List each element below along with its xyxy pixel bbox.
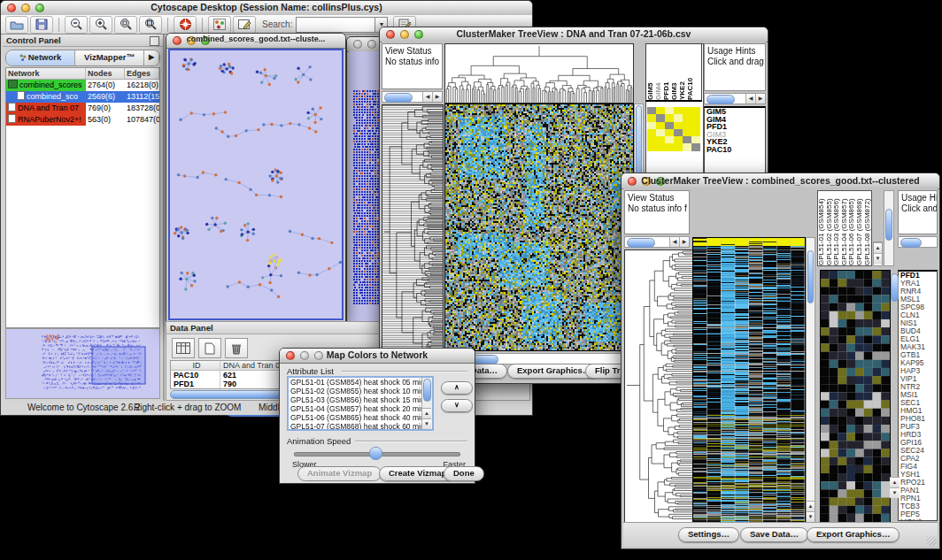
view-status-scrollbar[interactable]: ◀▶ xyxy=(382,91,443,103)
tab-vizmapper[interactable]: VizMapper™ xyxy=(75,50,144,65)
resize-grip[interactable] xyxy=(927,536,937,546)
export-graphics-button[interactable]: Export Graphics… xyxy=(807,527,900,542)
summary-cell[interactable] xyxy=(647,129,656,136)
summary-cell[interactable] xyxy=(691,129,700,136)
attribute-item[interactable]: GPL51-02 (GSM855) heat shock 10 min xyxy=(289,387,432,395)
annotation-tool-icon[interactable] xyxy=(233,16,256,34)
save-data-button[interactable]: Save Data… xyxy=(740,527,808,542)
minimize-button[interactable] xyxy=(367,40,376,49)
summary-cell[interactable] xyxy=(674,136,683,143)
summary-cell[interactable] xyxy=(647,114,656,121)
summary-cell[interactable] xyxy=(656,136,665,143)
new-attribute-icon[interactable] xyxy=(198,338,221,358)
attribute-item[interactable]: GPL51-04 (GSM857) heat shock 20 min xyxy=(289,404,432,413)
summary-cell[interactable] xyxy=(691,143,700,150)
global-heatmap-canvas[interactable] xyxy=(692,237,806,523)
move-up-button[interactable]: ∧ xyxy=(441,381,473,395)
summary-cell[interactable] xyxy=(647,136,656,143)
summary-cell[interactable] xyxy=(665,114,674,121)
summary-cell[interactable] xyxy=(674,114,683,121)
network-canvas[interactable] xyxy=(170,50,342,318)
summary-cell[interactable] xyxy=(683,114,691,121)
settings-button[interactable]: Settings… xyxy=(678,527,739,542)
zoom-in-icon[interactable] xyxy=(89,16,112,34)
summary-cell[interactable] xyxy=(683,122,691,129)
summary-cell[interactable] xyxy=(674,143,683,150)
float-panel-icon[interactable] xyxy=(150,36,159,46)
summary-cell[interactable] xyxy=(683,129,691,136)
animation-slider-thumb[interactable] xyxy=(369,447,382,460)
cluster-column-label[interactable]: GIM5 xyxy=(646,44,654,100)
summary-cell[interactable] xyxy=(665,107,674,114)
main-titlebar[interactable]: Cytoscape Desktop (Session Name: collins… xyxy=(1,1,532,16)
summary-cell[interactable] xyxy=(647,122,656,129)
attribute-select-icon[interactable] xyxy=(172,338,195,358)
cluster-column-label[interactable]: PAC10 xyxy=(686,44,694,100)
network-canvas-area[interactable] xyxy=(168,49,344,320)
summary-cell[interactable] xyxy=(683,136,691,143)
tab-overflow-arrow[interactable]: ▶ xyxy=(144,50,159,65)
summary-cell[interactable] xyxy=(656,122,665,129)
summary-cell[interactable] xyxy=(691,122,700,129)
attribute-list-scrollbar[interactable]: ▲▼ xyxy=(421,378,432,429)
attribute-item[interactable]: GPL51-07 (GSM868) heat shock 60 min xyxy=(289,422,432,431)
done-button[interactable]: Done xyxy=(444,466,484,481)
array-label[interactable]: GPL51-08 (GSM872) xyxy=(864,191,872,265)
cluster-summary-heatmap[interactable] xyxy=(647,107,700,151)
summary-cell[interactable] xyxy=(674,129,683,136)
col-network[interactable]: Network xyxy=(6,68,86,80)
summary-cell[interactable] xyxy=(665,136,674,143)
cluster-column-label[interactable]: GIM4 xyxy=(654,44,662,100)
label-vscrollbar[interactable] xyxy=(884,190,894,266)
summary-cell[interactable] xyxy=(647,143,656,150)
col-edges[interactable]: Edges xyxy=(125,68,159,80)
col-nodes[interactable]: Nodes xyxy=(86,68,125,80)
network-row[interactable]: combined_sco2569(6)13112(15) xyxy=(6,91,159,103)
label-arrows[interactable]: ▲▼ xyxy=(873,242,883,266)
summary-cell[interactable] xyxy=(691,136,700,143)
animate-vizmap-button[interactable]: Animate Vizmap xyxy=(297,466,382,481)
gene-dendrogram-canvas[interactable] xyxy=(625,250,692,520)
help-lifering-icon[interactable] xyxy=(174,16,197,34)
array-dendrogram-canvas[interactable] xyxy=(444,43,634,104)
heatmap-vscrollbar[interactable]: ▲▼ xyxy=(806,237,815,523)
close-button[interactable] xyxy=(353,40,362,49)
zoom-heatmap-canvas[interactable] xyxy=(820,270,891,523)
network-row[interactable]: combined_scores2764(0)16218(0) xyxy=(6,80,159,91)
summary-cell[interactable] xyxy=(691,114,700,121)
cluster-gene-item[interactable]: PAC10 xyxy=(705,146,765,154)
summary-cell[interactable] xyxy=(674,107,683,114)
vizmapper-tool-icon[interactable] xyxy=(208,16,231,34)
network-overview-canvas[interactable] xyxy=(6,329,159,396)
summary-cell[interactable] xyxy=(656,143,665,150)
move-down-button[interactable]: ∨ xyxy=(441,399,473,412)
view-status-scrollbar[interactable]: ◀▶ xyxy=(624,236,690,248)
open-session-button[interactable] xyxy=(5,16,28,34)
attribute-listbox[interactable]: GPL51-01 (GSM854) heat shock 05 minGPL51… xyxy=(287,376,434,431)
summary-cell[interactable] xyxy=(656,129,665,136)
tab-network[interactable]: Network xyxy=(6,50,75,65)
gene-item[interactable]: MON2 xyxy=(899,518,937,521)
global-heatmap-canvas[interactable] xyxy=(444,104,634,351)
summary-cell[interactable] xyxy=(665,129,674,136)
network-row[interactable]: RNAPuberNov2+!563(0)107847(0) xyxy=(6,114,159,126)
gene-dendrogram-canvas[interactable] xyxy=(382,104,444,359)
delete-attribute-icon[interactable] xyxy=(225,338,248,358)
cluster-column-label[interactable]: GIM3 xyxy=(670,44,678,100)
cluster-column-label[interactable]: PFD1 xyxy=(662,44,670,100)
cluster-column-label[interactable]: YKE2 xyxy=(678,44,686,100)
attribute-item[interactable]: GPL51-01 (GSM854) heat shock 05 min xyxy=(289,378,432,387)
network-overview-panel[interactable] xyxy=(5,328,160,399)
usage-hints-scrollbar[interactable]: ◀▶ xyxy=(704,93,766,104)
summary-cell[interactable] xyxy=(674,122,683,129)
zoom-selected-icon[interactable] xyxy=(114,16,137,34)
summary-cell[interactable] xyxy=(691,107,700,114)
usage-hints-scrollbar[interactable] xyxy=(898,236,938,248)
attribute-item[interactable]: GPL51-06 (GSM865) heat shock 40 min xyxy=(289,413,432,422)
search-input[interactable] xyxy=(296,17,375,33)
zoom-fit-icon[interactable] xyxy=(139,16,162,34)
summary-cell[interactable] xyxy=(647,107,656,114)
gene-list-vscrollbar[interactable]: ▲▼ xyxy=(890,270,900,521)
summary-cell[interactable] xyxy=(683,107,691,114)
network-row[interactable]: DNA and Tran 07769(0)183728(0) xyxy=(6,103,159,114)
